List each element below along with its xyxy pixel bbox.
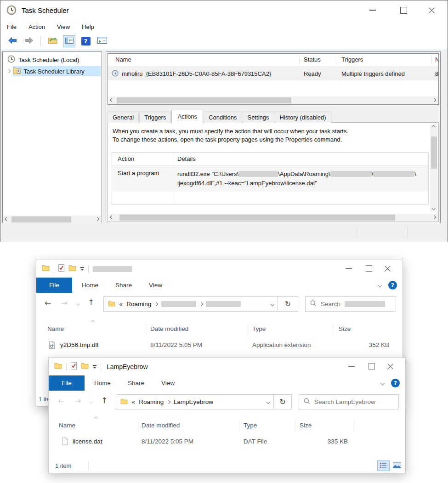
scroll-left-icon[interactable] [108, 97, 116, 104]
ribbon-tab-home[interactable]: Home [74, 278, 106, 293]
column-divider[interactable] [248, 324, 248, 335]
close-button[interactable] [380, 263, 395, 274]
task-scheduler-title-bar[interactable]: Task Scheduler [0, 0, 448, 21]
scroll-left-icon[interactable] [108, 214, 116, 221]
back-button[interactable] [6, 35, 18, 47]
column-header-name[interactable]: Name [115, 56, 131, 63]
maximize-button[interactable] [395, 4, 412, 16]
task-row-miholiru[interactable]: miholiru_{EB83101F-26D5-C0A0-85FA-38F679… [108, 67, 438, 80]
tab-conditions[interactable]: Conditions [204, 112, 242, 123]
guillemet[interactable]: « [119, 301, 123, 308]
ribbon-tab-file[interactable]: File [36, 278, 72, 293]
column-header-type[interactable]: Type [252, 325, 266, 332]
column-header-date[interactable]: Date modified [150, 325, 188, 332]
ribbon-tab-view[interactable]: View [142, 278, 170, 293]
column-divider[interactable] [295, 420, 295, 432]
ribbon-tab-share[interactable]: Share [120, 375, 152, 391]
address-dropdown-icon[interactable] [266, 400, 270, 404]
column-divider[interactable] [333, 324, 333, 335]
qat-dropdown-icon[interactable] [80, 267, 84, 271]
scroll-up-icon[interactable] [430, 124, 437, 131]
recent-locations-chevron-icon[interactable] [90, 400, 93, 403]
search-box[interactable]: Search LampEyebrow [299, 394, 399, 409]
minimize-button[interactable] [344, 361, 359, 372]
close-button[interactable] [382, 361, 398, 372]
guillemet[interactable]: « [131, 398, 135, 406]
column-divider[interactable] [431, 56, 432, 65]
expand-ribbon-icon[interactable] [378, 283, 382, 288]
breadcrumb-lampeyebrow[interactable]: LampEyebrow [174, 398, 213, 405]
scroll-down-icon[interactable] [430, 205, 437, 211]
menu-view[interactable]: View [57, 23, 70, 30]
address-dropdown-icon[interactable] [270, 302, 274, 306]
column-divider[interactable] [337, 56, 337, 65]
refresh-button[interactable]: ↻ [273, 394, 292, 409]
ribbon-tab-share[interactable]: Share [108, 278, 139, 293]
help-icon[interactable]: ? [388, 281, 397, 290]
back-arrow-icon[interactable]: ← [45, 299, 51, 307]
menu-help[interactable]: Help [82, 23, 94, 30]
address-bar[interactable]: « Roaming [103, 296, 278, 312]
up-arrow-icon[interactable]: ↑ [101, 397, 108, 404]
maximize-button[interactable] [364, 361, 380, 372]
column-header-action[interactable]: Action [118, 155, 134, 162]
scrollbar-thumb[interactable] [11, 216, 71, 222]
tree-item-library[interactable]: Task Scheduler Library [7, 67, 85, 75]
expand-chevron-icon[interactable] [7, 69, 11, 73]
back-arrow-icon[interactable]: ← [58, 397, 64, 405]
qat-dropdown-icon[interactable] [93, 365, 96, 369]
column-header-type[interactable]: Type [244, 422, 257, 429]
tab-settings[interactable]: Settings [243, 112, 274, 123]
show-hide-action-pane-button[interactable] [96, 35, 108, 47]
forward-arrow-icon[interactable]: → [74, 397, 81, 405]
address-bar[interactable]: « Roaming LampEyebrow [116, 394, 274, 409]
scroll-right-icon[interactable] [431, 97, 438, 104]
column-header-details[interactable]: Details [177, 155, 196, 162]
export-list-button[interactable] [46, 35, 59, 47]
column-divider[interactable] [299, 56, 300, 65]
ribbon-tab-file[interactable]: File [49, 375, 85, 391]
scroll-right-icon[interactable] [94, 216, 101, 223]
new-folder-icon[interactable] [68, 265, 76, 273]
scroll-right-icon[interactable] [431, 214, 438, 221]
task-list-horizontal-scrollbar[interactable] [108, 97, 438, 104]
column-header-size[interactable]: Size [300, 422, 312, 429]
breadcrumb-roaming[interactable]: Roaming [139, 398, 164, 405]
column-header-status[interactable]: Status [304, 56, 321, 63]
panel-vertical-scrollbar[interactable] [430, 124, 437, 211]
column-divider[interactable] [354, 420, 354, 432]
column-header-clipped[interactable]: N [435, 56, 439, 63]
tab-actions[interactable]: Actions [171, 110, 203, 123]
show-hide-console-tree-button[interactable] [63, 35, 75, 47]
large-icons-view-button[interactable] [392, 462, 402, 470]
explorer-title-bar[interactable] [36, 260, 403, 278]
scrollbar-thumb[interactable] [431, 136, 437, 169]
breadcrumb-chevron-icon[interactable] [167, 400, 170, 404]
forward-arrow-icon[interactable]: → [61, 299, 68, 307]
column-header-triggers[interactable]: Triggers [341, 56, 363, 63]
column-header-size[interactable]: Size [339, 325, 351, 332]
file-row-license[interactable]: license.dat 8/11/2022 5:05 PM DAT File 3… [49, 434, 405, 449]
refresh-button[interactable]: ↻ [278, 296, 298, 312]
column-header-name[interactable]: Name [47, 325, 64, 332]
scrollbar-thumb[interactable] [119, 215, 395, 221]
new-folder-icon[interactable] [81, 363, 89, 371]
search-box[interactable]: Search [305, 296, 396, 312]
recent-locations-chevron-icon[interactable] [76, 302, 80, 306]
tab-history[interactable]: History (disabled) [275, 112, 331, 123]
action-row[interactable]: Start a program rundll32.exe "C:\Users\\… [112, 166, 428, 192]
scroll-left-icon[interactable] [3, 216, 11, 223]
expand-ribbon-icon[interactable] [380, 381, 385, 386]
column-divider[interactable] [146, 324, 146, 335]
help-button[interactable]: ? [79, 35, 92, 47]
properties-check-icon[interactable] [71, 362, 77, 371]
close-button[interactable] [423, 4, 440, 16]
maximize-button[interactable] [361, 263, 377, 274]
minimize-button[interactable] [364, 4, 381, 16]
menu-action[interactable]: Action [28, 23, 45, 30]
ribbon-tab-view[interactable]: View [154, 375, 182, 391]
tree-horizontal-scrollbar[interactable] [3, 216, 101, 223]
help-icon[interactable]: ? [391, 379, 400, 387]
column-header-date[interactable]: Date modified [142, 422, 180, 429]
breadcrumb-chevron-icon[interactable] [199, 302, 203, 306]
